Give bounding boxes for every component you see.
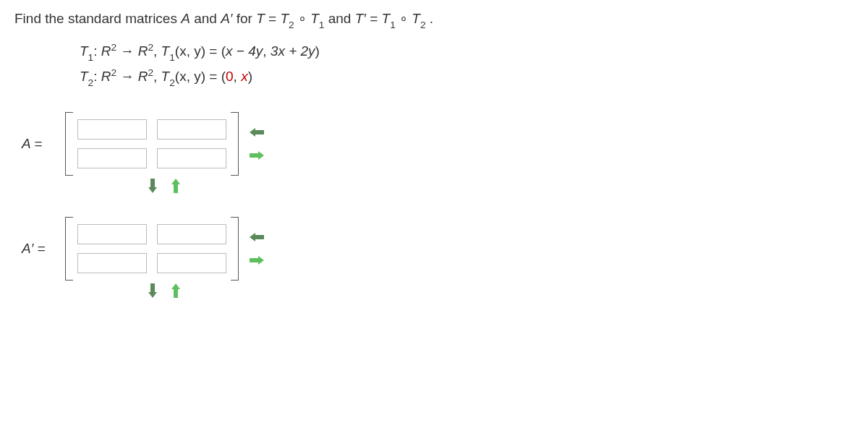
matrix-Aprime-cell-0-1[interactable] — [157, 224, 226, 244]
question-prompt: Find the standard matrices A and A′ for … — [14, 10, 854, 29]
label-A: A = — [22, 136, 65, 152]
add-column-button[interactable] — [247, 254, 266, 267]
var-A: A — [181, 11, 190, 26]
bracket-left-icon — [65, 217, 73, 281]
bracket-right-icon — [231, 217, 239, 281]
prompt-text: Find the standard matrices — [14, 11, 181, 26]
matrix-Aprime-cell-1-0[interactable] — [77, 253, 147, 273]
matrix-A-brackets — [65, 112, 239, 176]
matrix-A-row: A = — [22, 112, 854, 176]
var-A-prime: A′ — [221, 11, 232, 26]
definition-T1: T1: R2 → R2, T1(x, y) = (x − 4y, 3x + 2y… — [80, 39, 854, 64]
matrix-Aprime-cells — [73, 217, 231, 281]
add-row-button[interactable] — [143, 179, 162, 192]
matrix-Aprime-cell-1-1[interactable] — [157, 253, 226, 273]
bracket-right-icon — [231, 112, 239, 176]
matrix-Aprime-cell-0-0[interactable] — [77, 224, 147, 244]
add-column-button[interactable] — [247, 149, 266, 162]
remove-row-button[interactable] — [166, 284, 185, 297]
remove-row-button[interactable] — [166, 179, 185, 192]
bracket-left-icon — [65, 112, 73, 176]
matrix-A-cell-0-0[interactable] — [77, 119, 147, 140]
matrix-A-cells — [73, 112, 231, 176]
definition-T2: T2: R2 → R2, T2(x, y) = (0, x) — [80, 64, 854, 90]
label-Aprime: A′ = — [22, 241, 65, 257]
transformation-definitions: T1: R2 → R2, T1(x, y) = (x − 4y, 3x + 2y… — [80, 39, 854, 90]
matrix-A-cell-1-0[interactable] — [77, 148, 147, 168]
matrix-Aprime-brackets — [65, 217, 239, 281]
matrix-A-cell-0-1[interactable] — [157, 119, 226, 140]
matrix-A-cell-1-1[interactable] — [157, 148, 226, 168]
matrix-A-col-arrows — [247, 126, 266, 162]
remove-column-button[interactable] — [247, 231, 266, 244]
matrix-Aprime-row-arrows — [143, 284, 854, 297]
add-row-button[interactable] — [143, 284, 162, 297]
matrix-Aprime-row: A′ = — [22, 217, 854, 281]
remove-column-button[interactable] — [247, 126, 266, 139]
matrix-A-row-arrows — [143, 179, 854, 192]
matrix-Aprime-col-arrows — [247, 231, 266, 267]
